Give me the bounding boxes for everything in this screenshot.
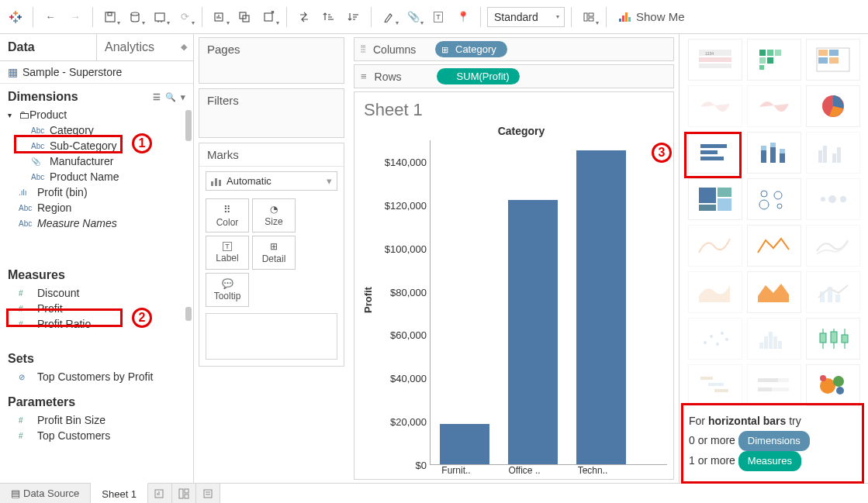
sm-line-continuous[interactable] xyxy=(688,225,742,267)
sm-filled-map[interactable] xyxy=(747,85,801,127)
sm-treemap[interactable] xyxy=(688,178,742,220)
sm-horizontal-bars[interactable] xyxy=(688,132,742,174)
rows-pill-sum-profit[interactable]: SUM(Profit) xyxy=(437,68,520,84)
param-top-customers[interactable]: #Top Customers xyxy=(3,428,190,443)
refresh-button[interactable]: ⟳▾ xyxy=(174,6,195,28)
field-region[interactable]: AbcRegion xyxy=(3,200,190,215)
chart-bars[interactable] xyxy=(430,140,667,465)
field-category[interactable]: AbcCategory xyxy=(3,122,190,138)
sheet-title[interactable]: Sheet 1 xyxy=(361,100,667,125)
new-sheet-button[interactable] xyxy=(148,484,172,503)
field-measure-names[interactable]: AbcMeasure Names xyxy=(3,215,190,231)
new-worksheet-button[interactable]: ▾ xyxy=(209,6,230,28)
filters-shelf[interactable]: Filters xyxy=(199,88,344,138)
sm-bullet[interactable] xyxy=(747,364,801,406)
pages-shelf[interactable]: Pages xyxy=(199,37,344,84)
sm-symbol-map[interactable] xyxy=(688,85,742,127)
sm-histogram[interactable] xyxy=(747,318,801,360)
viz-canvas: Sheet 1 Profit Category $0$20,000$40,000… xyxy=(354,91,674,480)
svg-rect-8 xyxy=(105,12,115,22)
bar[interactable] xyxy=(508,200,558,464)
sm-pie[interactable] xyxy=(806,85,860,127)
marks-color-button[interactable]: ⠿Color xyxy=(206,198,249,233)
new-datasource-button[interactable]: ▾ xyxy=(124,6,146,28)
view-as-icon[interactable]: ☰ xyxy=(153,92,161,102)
marks-drop-zone[interactable] xyxy=(206,313,337,360)
rows-shelf[interactable]: ≡ Rows SUM(Profit) xyxy=(354,64,674,88)
marks-title: Marks xyxy=(199,143,344,167)
sm-scatter[interactable] xyxy=(688,318,742,360)
bar[interactable] xyxy=(440,424,489,464)
clear-sheet-button[interactable]: ▾ xyxy=(258,6,280,28)
field-product-folder[interactable]: ▾🗀Product xyxy=(3,107,190,122)
tab-data[interactable]: Data xyxy=(0,34,96,60)
sort-desc-button[interactable] xyxy=(343,6,365,28)
columns-shelf[interactable]: ⦙⦙⦙ Columns ⊞Category xyxy=(354,37,674,61)
highlight-button[interactable]: ▾ xyxy=(378,6,399,28)
svg-point-85 xyxy=(721,332,724,335)
sm-circle-views[interactable] xyxy=(747,178,801,220)
sm-line-discrete[interactable] xyxy=(747,225,801,267)
tab-data-source[interactable]: ▤Data Source xyxy=(0,484,91,503)
save-button[interactable]: ▾ xyxy=(99,6,121,28)
group-button[interactable]: 📎▾ xyxy=(403,6,424,28)
field-discount[interactable]: #Discount xyxy=(3,285,190,301)
sm-side-circles[interactable] xyxy=(806,178,860,220)
new-story-button[interactable] xyxy=(196,484,220,503)
bar[interactable] xyxy=(576,150,626,464)
datasource-row[interactable]: ▦ Sample - Superstore xyxy=(0,61,193,84)
pin-button[interactable]: 📍 xyxy=(452,6,474,28)
measures-scrollbar[interactable] xyxy=(185,307,192,321)
sm-heatmap[interactable] xyxy=(747,39,801,81)
sm-side-by-side-bars[interactable] xyxy=(806,132,860,174)
fields-menu-icon[interactable]: ▾ xyxy=(181,92,185,102)
param-profit-bin-size[interactable]: #Profit Bin Size xyxy=(3,412,190,428)
marks-size-button[interactable]: ◔Size xyxy=(252,198,296,233)
svg-rect-34 xyxy=(625,12,628,22)
field-profit-ratio[interactable]: #Profit Ratio xyxy=(3,316,190,332)
field-profit-bin[interactable]: .ılıProfit (bin) xyxy=(3,184,190,200)
number-icon: # xyxy=(19,432,37,440)
field-subcategory[interactable]: AbcSub-Category xyxy=(3,138,190,153)
sm-dual-combo[interactable] xyxy=(806,271,860,313)
tab-analytics[interactable]: Analytics ◆ xyxy=(96,34,193,60)
show-me-button[interactable]: Show Me xyxy=(613,6,691,28)
marks-label-button[interactable]: TLabel xyxy=(206,236,249,270)
swap-button[interactable] xyxy=(293,6,315,28)
sm-dual-line[interactable] xyxy=(806,225,860,267)
forward-button[interactable]: → xyxy=(64,6,86,28)
field-top-customers-set[interactable]: ⊘Top Customers by Profit xyxy=(3,369,190,384)
sm-box-plot[interactable] xyxy=(806,318,860,360)
marks-type-selector[interactable]: Automatic ▾ xyxy=(206,171,337,191)
number-icon: # xyxy=(19,416,37,425)
sm-packed-bubbles[interactable] xyxy=(806,364,860,406)
svg-rect-67 xyxy=(837,147,841,163)
field-profit[interactable]: #Profit xyxy=(3,301,190,316)
columns-pill-category[interactable]: ⊞Category xyxy=(435,41,507,57)
sort-asc-button[interactable] xyxy=(318,6,340,28)
new-dashboard-button[interactable] xyxy=(172,484,196,503)
tab-sheet-1[interactable]: Sheet 1 xyxy=(91,483,148,503)
marks-detail-button[interactable]: ⊞Detail xyxy=(252,236,296,270)
field-product-name[interactable]: AbcProduct Name xyxy=(3,169,190,184)
sm-highlight-table[interactable] xyxy=(806,39,860,81)
back-button[interactable]: ← xyxy=(40,6,61,28)
show-labels-button[interactable]: T xyxy=(427,6,449,28)
marks-tooltip-button[interactable]: 💬Tooltip xyxy=(206,273,249,307)
fit-selector[interactable]: Standard▾ xyxy=(487,7,565,27)
sm-stacked-bars[interactable] xyxy=(747,132,801,174)
autoupdate-button[interactable]: ▾ xyxy=(149,6,171,28)
clip-icon: 📎 xyxy=(31,157,50,166)
sm-text-table[interactable]: 1234 xyxy=(688,39,742,81)
sm-area-discrete[interactable] xyxy=(747,271,801,313)
svg-point-107 xyxy=(836,387,844,394)
cards-toggle-button[interactable]: ▾ xyxy=(578,6,600,28)
svg-rect-33 xyxy=(622,16,624,22)
set-icon: ⊘ xyxy=(19,373,37,381)
sm-gantt[interactable] xyxy=(688,364,742,406)
sm-area-continuous[interactable] xyxy=(688,271,742,313)
dimensions-scrollbar[interactable] xyxy=(185,110,192,141)
field-manufacturer[interactable]: 📎Manufacturer xyxy=(3,153,190,169)
search-fields-icon[interactable]: 🔍 xyxy=(165,92,176,102)
duplicate-sheet-button[interactable] xyxy=(233,6,255,28)
